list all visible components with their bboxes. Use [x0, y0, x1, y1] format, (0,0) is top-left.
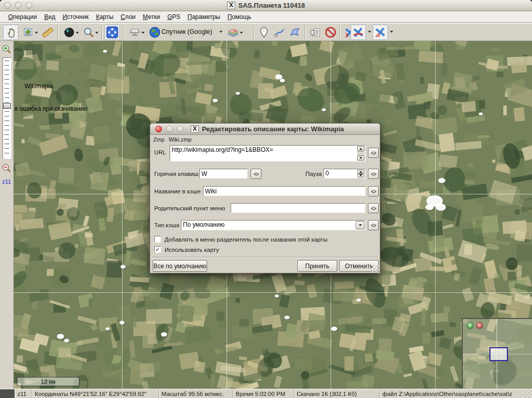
cache-name-input[interactable] [203, 186, 365, 196]
menu-operations[interactable]: Операции [5, 12, 40, 22]
minimap[interactable]: + − [462, 318, 532, 389]
window-resize-grip[interactable] [524, 389, 532, 398]
menu-layers[interactable]: Слои [117, 12, 138, 22]
separator-checkbox[interactable] [154, 236, 161, 243]
minimap-zoom-out-button[interactable]: − [476, 322, 483, 329]
menu-gps[interactable]: GPS [164, 12, 183, 22]
dialog-maximize-button[interactable] [177, 126, 183, 132]
toolbar-separator [101, 26, 103, 39]
add-path-button[interactable] [272, 25, 287, 40]
pause-spinner[interactable]: 0 [323, 169, 365, 178]
x11-icon: X [191, 125, 199, 133]
map-source-globe-button[interactable] [147, 25, 162, 40]
chevron-down-icon[interactable] [35, 32, 38, 34]
add-placemark-button[interactable] [256, 25, 272, 40]
fullscreen-button[interactable] [105, 25, 120, 40]
map-source-label[interactable]: Спутник (Google) [161, 28, 212, 35]
minimap-zoom-in-button[interactable]: + [467, 322, 474, 329]
use-map-checkbox[interactable]: ✓ [154, 246, 161, 253]
zoom-out-icon[interactable] [2, 163, 12, 173]
menu-view[interactable]: Вид [41, 12, 58, 22]
use-map-checkbox-label[interactable]: Использовать карту [165, 247, 219, 253]
grid-line [435, 41, 436, 389]
status-time: Время 5:02:00 PM [234, 389, 294, 398]
chevron-down-icon[interactable] [240, 32, 243, 34]
zoom-slider[interactable] [3, 57, 11, 159]
status-coordinates: Координаты N49°21'52.16" E29°42'59.92" [33, 389, 158, 398]
edit-map-dialog: X Редактировать описание карты: Wikimapi… [150, 123, 380, 273]
chevron-down-icon[interactable] [390, 31, 393, 33]
globe-view-button[interactable] [62, 25, 77, 40]
scroll-up-button[interactable] [357, 146, 364, 151]
hand-tool-button[interactable] [3, 25, 18, 40]
all-defaults-button[interactable]: Все по умолчанию [153, 260, 207, 272]
cache-type-insert-button[interactable]: <> [368, 220, 379, 230]
placemark-manager-button[interactable] [308, 25, 323, 40]
scale-bar-label: 12 км [41, 379, 56, 385]
dialog-titlebar[interactable]: X Редактировать описание карты: Wikimapi… [150, 124, 380, 135]
earth-icon [149, 26, 161, 38]
main-toolbar: Спутник (Google) [0, 23, 532, 41]
parent-menu-insert-button[interactable]: <> [368, 203, 379, 213]
display-3d-icon [129, 27, 140, 38]
dialog-resize-grip[interactable] [372, 265, 379, 272]
no-sign-icon [324, 26, 337, 38]
chevron-down-icon[interactable] [219, 31, 222, 33]
hide-marks-button[interactable] [323, 25, 338, 40]
spin-up-button[interactable] [357, 170, 364, 174]
parent-menu-label: Родительский пункт меню [154, 205, 225, 211]
status-scale: Масштаб 99.56 м/пикс. [159, 389, 233, 398]
cache-name-label: Название в кэше [154, 188, 201, 194]
url-insert-button[interactable]: <> [368, 148, 379, 158]
chevron-down-icon[interactable] [141, 32, 145, 34]
x11-icon: X [227, 2, 235, 9]
menu-source[interactable]: Источник [59, 12, 92, 22]
chevron-down-icon[interactable] [95, 32, 98, 34]
window-titlebar[interactable]: X SAS.Планета 110418 [0, 0, 532, 11]
layers-button[interactable] [226, 25, 241, 40]
dialog-close-button[interactable] [155, 126, 162, 132]
scroll-down-button[interactable] [357, 155, 364, 161]
dialog-minimize-button[interactable] [166, 126, 173, 132]
window-title: X SAS.Планета 110418 [0, 2, 532, 9]
menu-help[interactable]: Помощь [224, 12, 254, 22]
chevron-down-icon[interactable] [368, 31, 371, 33]
url-field[interactable]: http://wikimapia.org/d?lng=1&BBOX= [170, 145, 365, 162]
status-zoom: z11 [15, 389, 32, 398]
pause-insert-button[interactable]: <> [368, 169, 379, 179]
selection-tool-button[interactable] [21, 25, 36, 40]
layers-icon [227, 26, 239, 38]
hotkey-insert-button[interactable]: <> [251, 169, 261, 179]
ruler-button[interactable] [40, 25, 55, 40]
cache-name-insert-button[interactable]: <> [368, 186, 379, 196]
menu-settings[interactable]: Параметры [185, 12, 223, 22]
menu-maps[interactable]: Карты [93, 12, 116, 22]
menu-marks[interactable]: Метки [140, 12, 163, 22]
zoom-sidebar: z11 [0, 41, 14, 389]
zoom-in-icon[interactable] [2, 44, 12, 54]
magnifier-icon [83, 27, 94, 38]
gps-position-button[interactable] [373, 25, 388, 40]
toolbar-group-separator [339, 26, 340, 39]
accept-button[interactable]: Принять [297, 260, 337, 272]
url-scrollbar[interactable] [357, 146, 364, 161]
hotkey-label: Горячая клавиш [154, 171, 198, 177]
menu-bar: Операции Вид Источник Карты Слои Метки G… [0, 11, 532, 23]
separator-checkbox-label[interactable]: Добавлять в меню разделитель после назва… [165, 236, 328, 243]
slider-handle[interactable] [3, 103, 11, 109]
spinner-buttons[interactable] [357, 170, 364, 177]
add-polygon-button[interactable] [287, 25, 302, 40]
zoom-tool-button[interactable] [81, 25, 96, 40]
hotkey-input[interactable] [199, 169, 248, 178]
chevron-down-icon[interactable] [76, 32, 79, 34]
status-bar: z11 Координаты N49°21'52.16" E29°42'59.9… [0, 389, 532, 398]
nav-3d-button[interactable] [127, 25, 142, 40]
minimap-viewport[interactable] [489, 347, 508, 361]
cache-type-select[interactable]: По умолчанию [181, 220, 365, 230]
spin-down-button[interactable] [357, 174, 364, 178]
parent-menu-input[interactable] [231, 203, 365, 213]
url-label: URL [154, 149, 166, 155]
status-file-path: файл Z:\Applications\Other\sasplanet\cac… [380, 389, 524, 398]
combo-dropdown-button[interactable] [356, 221, 364, 229]
gps-connect-button[interactable] [351, 25, 366, 40]
